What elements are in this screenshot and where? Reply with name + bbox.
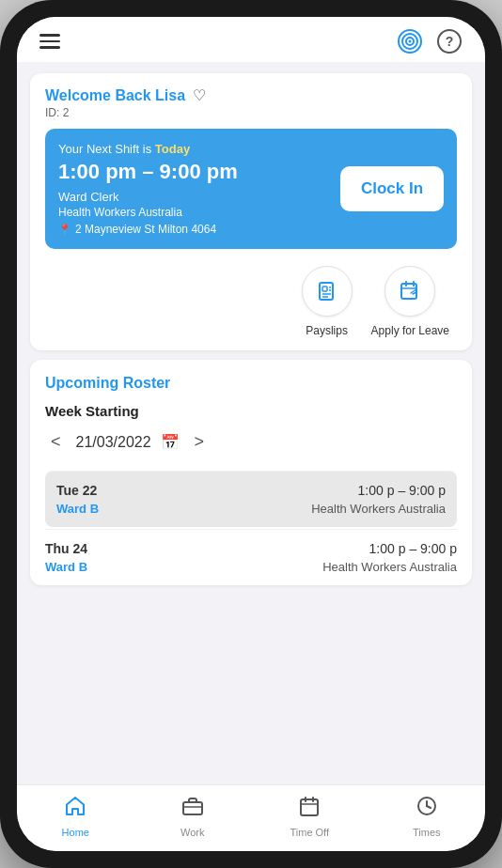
payslips-label: Payslips (306, 324, 348, 337)
nav-item-home[interactable]: Home (17, 795, 134, 838)
shift-time-tue: 1:00 p – 9:00 p (358, 483, 446, 498)
nav-time-off-label: Time Off (290, 827, 329, 838)
shift-location: 📍 2 Mayneview St Milton 4064 (58, 223, 331, 236)
week-starting-label: Week Starting (45, 403, 457, 419)
apply-leave-icon (398, 279, 422, 303)
location-pin-icon: 📍 (58, 224, 71, 236)
svg-rect-7 (322, 287, 327, 291)
header-bar: ? (17, 17, 485, 62)
shift-day-tue: Tue 22 (56, 483, 97, 498)
nav-home-label: Home (62, 827, 89, 838)
time-off-icon (298, 795, 321, 823)
bottom-nav: Home Work (17, 784, 485, 851)
svg-point-3 (409, 40, 412, 43)
shift-role: Ward Clerk (58, 190, 331, 204)
date-prev-button[interactable]: < (45, 428, 67, 456)
welcome-id: ID: 2 (45, 106, 457, 119)
svg-rect-16 (183, 802, 202, 814)
shift-row-thu-details: Ward B Health Workers Australia (45, 560, 457, 574)
welcome-header: Welcome Back Lisa ♡ (45, 86, 457, 104)
nav-item-times[interactable]: Times (369, 795, 486, 838)
current-date: 21/03/2022 (76, 434, 151, 451)
work-icon (181, 795, 204, 823)
shift-time-thu: 1:00 p – 9:00 p (369, 541, 457, 556)
date-display: 21/03/2022 📅 (76, 433, 180, 451)
action-buttons: Payslips (45, 266, 457, 337)
roster-title: Upcoming Roster (45, 375, 457, 392)
shift-ward-tue: Ward B (56, 502, 99, 516)
shift-row-tue[interactable]: Tue 22 1:00 p – 9:00 p Ward B Health Wor… (45, 471, 457, 527)
brand-target-icon[interactable] (397, 28, 423, 54)
payslips-icon (315, 279, 339, 303)
next-shift-label: Your Next Shift is Today (58, 142, 331, 156)
shift-organisation: Health Workers Australia (58, 206, 331, 219)
svg-text:?: ? (446, 34, 454, 49)
payslips-button[interactable]: Payslips (302, 266, 353, 337)
shift-time: 1:00 pm – 9:00 pm (58, 160, 331, 184)
svg-line-24 (427, 806, 431, 808)
shift-row-thu-header: Thu 24 1:00 p – 9:00 p (45, 541, 457, 556)
shift-org-thu: Health Workers Australia (322, 560, 457, 574)
scroll-content: Welcome Back Lisa ♡ ID: 2 Your Next Shif… (17, 62, 485, 784)
nav-work-label: Work (180, 827, 204, 838)
nav-item-work[interactable]: Work (134, 795, 252, 838)
shift-row-tue-header: Tue 22 1:00 p – 9:00 p (56, 483, 446, 498)
svg-rect-18 (301, 799, 318, 815)
phone-shell: ? Welcome Back Lisa ♡ ID: 2 Your Next Sh… (0, 0, 502, 868)
apply-leave-button[interactable]: Apply for Leave (371, 266, 449, 337)
times-icon (416, 795, 438, 823)
shift-info: Your Next Shift is Today 1:00 pm – 9:00 … (58, 142, 331, 236)
date-nav: < 21/03/2022 📅 > (45, 428, 457, 456)
apply-leave-label: Apply for Leave (371, 324, 449, 337)
apply-leave-icon-circle (384, 266, 435, 317)
shift-day-thu: Thu 24 (45, 541, 87, 556)
nav-times-label: Times (413, 827, 441, 838)
welcome-name: Welcome Back Lisa (45, 87, 185, 104)
clock-in-button[interactable]: Clock In (340, 166, 444, 211)
payslips-icon-circle (302, 266, 353, 317)
hamburger-menu-button[interactable] (39, 34, 60, 49)
phone-screen: ? Welcome Back Lisa ♡ ID: 2 Your Next Sh… (17, 17, 485, 851)
shift-row-tue-details: Ward B Health Workers Australia (56, 502, 446, 516)
header-icons: ? (397, 28, 463, 54)
welcome-card: Welcome Back Lisa ♡ ID: 2 Your Next Shif… (30, 73, 472, 350)
date-next-button[interactable]: > (189, 428, 211, 456)
shift-org-tue: Health Workers Australia (311, 502, 446, 516)
help-icon[interactable]: ? (436, 28, 463, 54)
home-icon (64, 795, 86, 823)
today-label: Today (155, 142, 190, 156)
shift-card: Your Next Shift is Today 1:00 pm – 9:00 … (45, 129, 457, 249)
calendar-icon[interactable]: 📅 (161, 433, 180, 451)
shift-row-thu[interactable]: Thu 24 1:00 p – 9:00 p Ward B Health Wor… (45, 529, 457, 585)
heart-icon: ♡ (193, 86, 206, 104)
shift-ward-thu: Ward B (45, 560, 87, 574)
roster-section: Upcoming Roster Week Starting < 21/03/20… (30, 360, 472, 585)
nav-item-time-off[interactable]: Time Off (251, 795, 369, 838)
